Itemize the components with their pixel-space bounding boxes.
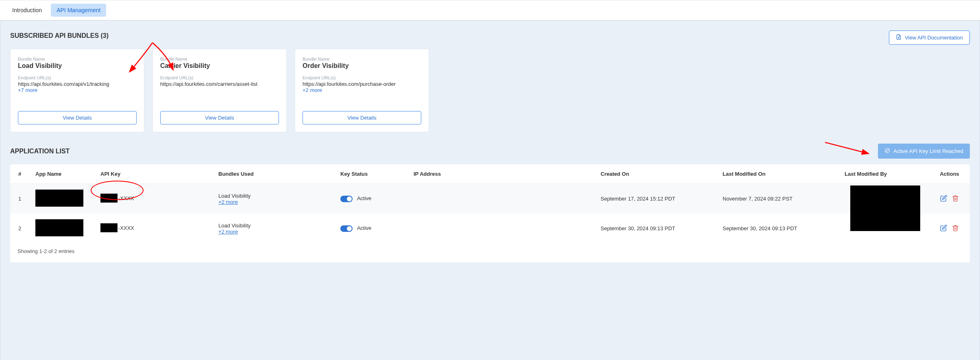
redacted-app-name — [35, 219, 83, 236]
svg-line-3 — [886, 149, 889, 152]
bundle-name: Carrier Visibility — [160, 62, 279, 70]
col-modified: Last Modified On — [718, 164, 840, 184]
table-footer: Showing 1-2 of 2 entries — [10, 243, 970, 259]
redacted-key-prefix — [100, 223, 118, 232]
col-bundles: Bundles Used — [213, 164, 335, 184]
bundle-card: Bundle Name Order Visibility Endpoint UR… — [295, 49, 429, 132]
row-status: Active — [335, 214, 409, 243]
api-key-suffix: -XXXX — [118, 225, 134, 231]
page-body: SUBSCRIBED API BUNDLES (3) View API Docu… — [0, 20, 980, 360]
status-toggle[interactable] — [340, 196, 353, 202]
file-icon — [896, 34, 902, 41]
bundle-name: Load Visibility — [18, 62, 137, 70]
endpoint-label: Endpoint URL(s) — [18, 75, 137, 80]
tab-introduction[interactable]: Introduction — [7, 4, 48, 17]
endpoints-more-link[interactable]: +7 more — [18, 87, 137, 93]
bundle-card: Bundle Name Load Visibility Endpoint URL… — [10, 49, 144, 132]
status-label: Active — [357, 225, 371, 231]
col-app-name: App Name — [30, 164, 96, 184]
api-key-limit-button[interactable]: Active API Key Limit Reached — [878, 144, 970, 159]
row-modified: November 7, 2024 09:22 PST — [718, 184, 840, 214]
endpoint-url: https://api.fourkites.com/purchase-order — [303, 81, 421, 87]
edit-icon[interactable] — [940, 225, 947, 233]
bundle-name: Order Visibility — [303, 62, 421, 70]
row-modified-by — [840, 214, 929, 243]
row-api-key: -XXXX — [96, 214, 213, 243]
row-bundles: Load Visibility +2 more — [213, 214, 335, 243]
row-num: 2 — [10, 214, 30, 243]
row-bundles: Load Visibility +2 more — [213, 184, 335, 214]
bundle-name-label: Bundle Name — [18, 57, 137, 61]
col-ip: IP Address — [409, 164, 596, 184]
row-bundle-more-link[interactable]: +2 more — [218, 229, 238, 235]
col-status: Key Status — [335, 164, 409, 184]
block-icon — [884, 148, 890, 155]
tabs-bar: Introduction API Management — [0, 0, 980, 20]
bundle-card: Bundle Name Carrier Visibility Endpoint … — [152, 49, 287, 132]
row-app-name — [30, 214, 96, 243]
col-num: # — [10, 164, 30, 184]
endpoints-more-link[interactable]: +2 more — [303, 87, 421, 93]
row-num: 1 — [10, 184, 30, 214]
application-list-header: APPLICATION LIST Active API Key Limit Re… — [10, 144, 970, 159]
status-toggle[interactable] — [340, 225, 353, 232]
table-header-row: # App Name API Key Bundles Used Key Stat… — [10, 164, 970, 184]
row-modified-by — [840, 184, 929, 214]
row-bundle-primary: Load Visibility — [218, 193, 331, 199]
table-row: 2 -XXXX Load Visibility +2 more — [10, 214, 970, 243]
row-created: September 30, 2024 09:13 PDT — [596, 214, 718, 243]
endpoint-url: https://api.fourkites.com/carriers/asset… — [160, 81, 279, 87]
row-actions — [929, 184, 970, 214]
endpoint-label: Endpoint URL(s) — [160, 75, 279, 80]
row-modified: September 30, 2024 09:13 PDT — [718, 214, 840, 243]
row-ip — [409, 184, 596, 214]
row-bundle-primary: Load Visibility — [218, 223, 331, 229]
table-row: 1 -XXXX Load Visibility +2 more — [10, 184, 970, 214]
col-created: Created On — [596, 164, 718, 184]
col-by: Last Modified By — [840, 164, 929, 184]
application-table: # App Name API Key Bundles Used Key Stat… — [10, 164, 970, 262]
bundle-name-label: Bundle Name — [303, 57, 421, 61]
view-details-button[interactable]: View Details — [18, 111, 137, 124]
application-list-title: APPLICATION LIST — [10, 148, 70, 155]
row-api-key: -XXXX — [96, 184, 213, 214]
endpoint-url: https://api.fourkites.com/api/v1/trackin… — [18, 81, 137, 87]
redacted-app-name — [35, 190, 83, 207]
view-api-docs-label: View API Documentation — [905, 35, 963, 41]
col-actions: Actions — [929, 164, 970, 184]
view-api-docs-button[interactable]: View API Documentation — [889, 31, 970, 45]
api-key-suffix: -XXXX — [118, 195, 134, 201]
red-arrow-annotation — [823, 140, 872, 157]
bundles-title: SUBSCRIBED API BUNDLES (3) — [10, 32, 109, 39]
delete-icon[interactable] — [952, 225, 959, 233]
endpoint-label: Endpoint URL(s) — [303, 75, 421, 80]
delete-icon[interactable] — [952, 195, 959, 203]
row-actions — [929, 214, 970, 243]
row-ip — [409, 214, 596, 243]
tab-api-management[interactable]: API Management — [51, 4, 106, 17]
bundle-name-label: Bundle Name — [160, 57, 279, 61]
redacted-key-prefix — [100, 194, 118, 203]
view-details-button[interactable]: View Details — [303, 111, 421, 124]
bundle-cards-row: Bundle Name Load Visibility Endpoint URL… — [10, 49, 970, 132]
row-bundle-more-link[interactable]: +2 more — [218, 199, 238, 205]
row-app-name — [30, 184, 96, 214]
status-label: Active — [357, 195, 371, 201]
row-status: Active — [335, 184, 409, 214]
bundles-header: SUBSCRIBED API BUNDLES (3) View API Docu… — [10, 31, 970, 45]
row-created: September 17, 2024 15:12 PDT — [596, 184, 718, 214]
edit-icon[interactable] — [940, 195, 947, 203]
api-key-limit-label: Active API Key Limit Reached — [893, 148, 963, 154]
col-api-key: API Key — [96, 164, 213, 184]
view-details-button[interactable]: View Details — [160, 111, 279, 124]
